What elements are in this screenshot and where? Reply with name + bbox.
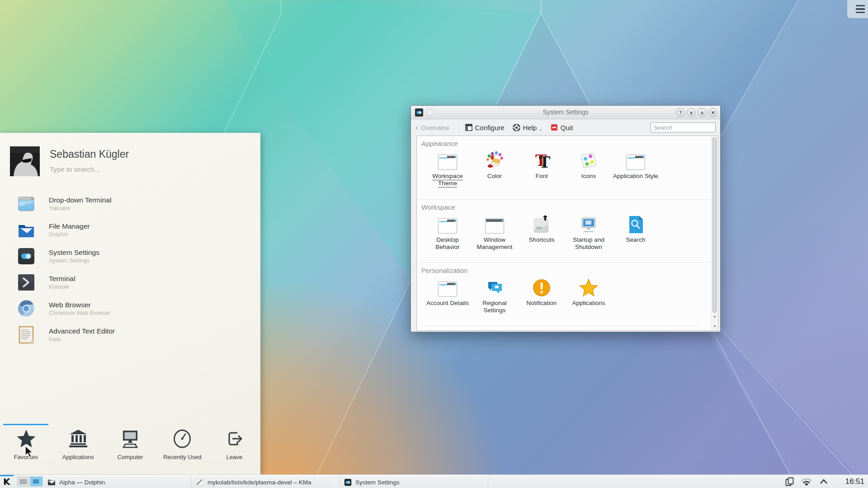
svg-text:>_: >_ [20,201,25,206]
pager-desktop-2[interactable] [30,477,42,486]
kcm-icons[interactable]: Icons [565,150,612,188]
configure-label: Configure [475,124,505,131]
scroll-down-button[interactable]: ⌄ [712,322,718,329]
bank-icon [52,424,104,454]
favorite-item-konsole[interactable]: Terminal Konsole [0,269,260,296]
window-titlebar-icon [471,214,518,235]
kcm-label: Applications [572,300,605,306]
chevron-down-icon: ⌄ [538,127,542,131]
scrollbar-thumb[interactable] [712,137,717,313]
window-title: System Settings [411,108,720,116]
pager-desktop-1[interactable] [17,477,29,486]
kcm-label: Window Management [477,236,513,250]
favorite-subtitle: System Settings [49,258,99,264]
hamburger-icon [856,8,865,10]
favorite-subtitle: Konsole [49,284,75,290]
launcher-search-input[interactable] [50,165,194,173]
help-button[interactable]: Help ⌄ [513,124,542,131]
hamburger-icon [856,5,865,7]
task-kmail[interactable]: mykolab/lists/kde/plasma-devel – KMa [192,475,340,488]
configure-icon [465,124,472,131]
star-orange-icon [565,277,612,298]
clipboard-icon[interactable] [785,477,794,486]
window-theme-icon [424,214,471,235]
fn-key-icon: FN [518,214,565,235]
system-settings-icon [344,479,352,486]
wifi-icon[interactable] [801,478,812,486]
kcm-startup-shutdown[interactable]: Startup and Shutdown [565,214,612,251]
scrollbar[interactable]: ⌃ ⌄ [711,136,717,330]
favorite-item-chromium[interactable]: Web Browser Chromium Web Browser [0,296,260,322]
dolphin-icon [17,221,35,239]
kcm-regional-settings[interactable]: Regional Settings [471,277,518,314]
kcm-shortcuts[interactable]: FN Shortcuts [518,214,565,251]
configure-button[interactable]: Configure [465,124,505,131]
kcm-window-management[interactable]: Window Management [471,214,518,251]
hamburger-icon [856,12,865,14]
kcm-label: Search [626,236,646,243]
kcm-color[interactable]: Color [471,150,518,188]
favorite-item-yakuake[interactable]: >_ Drop-down Terminal Yakuake [0,191,260,217]
tab-applications[interactable]: Applications [52,424,104,469]
task-dolphin[interactable]: Alpha — Dolphin [43,475,192,488]
task-system-settings[interactable]: System Settings [340,475,488,488]
chevron-up-icon[interactable] [819,479,828,485]
favorites-list: >_ Drop-down Terminal Yakuake [0,191,260,348]
monitor-session-icon [565,214,612,235]
section-personalization: Personalization Account Details [417,263,711,326]
maximize-button[interactable]: ∧ [698,108,707,117]
kcm-applications[interactable]: Applications [565,277,612,314]
exit-icon [208,424,260,454]
minimize-button[interactable]: ∨ [687,108,696,117]
task-label: Alpha — Dolphin [59,479,105,486]
svg-text:FN: FN [536,226,542,230]
settings-search-input[interactable] [651,122,716,132]
kcm-account-details[interactable]: Account Details [424,277,471,314]
user-name: Sebastian Kügler [50,148,129,160]
overview-back-button[interactable]: ‹ Overview [415,124,449,131]
section-title: Appearance [421,140,711,147]
toolbar: ‹ Overview Configure [411,119,720,136]
kcm-notification[interactable]: Notification [518,277,565,314]
app-launcher-button[interactable]: K [0,475,15,488]
kcm-font[interactable]: T T Font [518,150,565,188]
help-window-button[interactable]: ? [676,108,685,117]
kcm-search[interactable]: Search [612,214,659,251]
kcm-label: Application Style [613,173,658,179]
titlebar[interactable]: System Settings ? ∨ ∧ ✕ [411,106,720,119]
kcm-label: Desktop Behavior [435,236,459,250]
close-button[interactable]: ✕ [708,108,717,117]
settings-content-frame: Appearance Workspace Theme [416,136,718,331]
favorite-subtitle: Dolphin [49,231,90,238]
tab-label: Applications [52,454,104,460]
quit-button[interactable]: Quit [551,124,573,131]
tab-computer[interactable]: Computer [104,424,156,469]
user-avatar [10,146,40,176]
dolphin-icon [47,479,56,486]
settings-grid: Appearance Workspace Theme [417,136,711,330]
kcm-label: Startup and Shutdown [573,236,604,250]
scroll-up-button[interactable]: ⌃ [712,314,718,322]
digital-clock[interactable]: 16:51 [845,477,864,486]
kcm-label: Workspace Theme [432,173,462,188]
kickoff-launcher: Sebastian Kügler >_ Drop-down Te [0,133,260,474]
favorite-item-systemsettings[interactable]: System Settings System Settings [0,243,260,269]
help-label: Help [523,124,537,131]
kcm-desktop-behavior[interactable]: Desktop Behavior [424,214,471,251]
tab-label: Computer [104,454,156,460]
favorite-title: Terminal [49,275,75,283]
kcm-workspace-theme[interactable]: Workspace Theme [424,150,471,188]
desktop-toolbox-button[interactable] [847,0,868,18]
monitor-icon [104,424,156,454]
tab-leave[interactable]: Leave [208,424,260,469]
kmail-icon [196,479,204,486]
speech-bubbles-icon [471,277,518,298]
desktop: Sebastian Kügler >_ Drop-down Te [0,0,868,488]
kcm-application-style[interactable]: Application Style [612,150,659,188]
kde-logo-icon: K [3,476,10,487]
favorite-item-kate[interactable]: Advanced Text Editor Kate [0,322,260,348]
tab-recently-used[interactable]: Recently Used [156,424,208,469]
chevron-left-icon: ‹ [415,124,418,131]
svg-text:T: T [539,153,550,170]
favorite-item-dolphin[interactable]: File Manager Dolphin [0,217,260,243]
